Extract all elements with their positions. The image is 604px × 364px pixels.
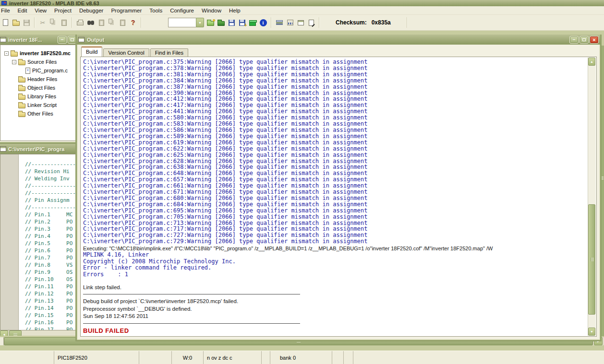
- warning-line[interactable]: C:\ivnerter\PIC_program.c:375:Warning [2…: [83, 59, 587, 65]
- cut-button[interactable]: ✂: [38, 18, 48, 27]
- collapse-icon[interactable]: -: [12, 60, 16, 64]
- bookmark-button[interactable]: [118, 18, 127, 27]
- scroll-track[interactable]: [588, 66, 596, 328]
- menu-item[interactable]: Debugger: [75, 7, 108, 14]
- warning-line[interactable]: C:\ivnerter\PIC_program.c:705:Warning [2…: [83, 214, 587, 220]
- warning-line[interactable]: C:\ivnerter\PIC_program.c:625:Warning [2…: [83, 152, 587, 158]
- tree-item-object-files[interactable]: Object Files: [0, 83, 76, 92]
- warning-line[interactable]: C:\ivnerter\PIC_program.c:381:Warning [2…: [83, 71, 587, 78]
- tab-build[interactable]: Build: [81, 47, 102, 57]
- output-minimize-button[interactable]: –: [569, 36, 579, 44]
- warning-line[interactable]: C:\ivnerter\PIC_program.c:695:Warning [2…: [83, 208, 587, 214]
- warning-line[interactable]: C:\ivnerter\PIC_program.c:684:Warning [2…: [83, 201, 587, 208]
- find-next-button[interactable]: [97, 18, 106, 27]
- combo-dropdown-button[interactable]: ▼: [196, 18, 204, 27]
- editor-body[interactable]: //---------------------// Revision Hi// …: [0, 154, 77, 330]
- open-file-button[interactable]: [11, 18, 21, 27]
- build-config-input[interactable]: [168, 18, 196, 27]
- tab-find-in-files[interactable]: Find in Files: [150, 48, 188, 57]
- program-target-icon: [276, 20, 283, 22]
- menu-item[interactable]: Programmer: [107, 7, 145, 14]
- project-tree: - inverter 18F2520.mc - Source Files c P…: [0, 45, 77, 141]
- open-project-button[interactable]: [216, 18, 226, 27]
- help-button[interactable]: ?: [128, 18, 138, 27]
- output-maximize-button[interactable]: [580, 36, 589, 44]
- output-scroll-thumb[interactable]: [588, 204, 595, 314]
- menu-item[interactable]: View: [31, 7, 50, 14]
- project-window: inverter 18F... – - inverter 18F2520.mc …: [0, 35, 80, 144]
- copy-button[interactable]: [48, 18, 58, 27]
- verify-button[interactable]: [296, 18, 305, 27]
- help-icon: ?: [131, 19, 135, 26]
- code-line: // Pin.11 PO: [25, 283, 76, 290]
- scroll-down-button[interactable]: ▼: [588, 328, 595, 336]
- code-line: // Pin.5 PO: [25, 240, 76, 247]
- menu-item[interactable]: Edit: [14, 7, 31, 14]
- output-tabs: Build Version Control Find in Files: [80, 47, 597, 57]
- scroll-up-button[interactable]: ▲: [588, 58, 595, 66]
- tree-item-other-files[interactable]: Other Files: [0, 109, 76, 118]
- code-line: // Pin.13 PO: [25, 297, 76, 305]
- new-file-button[interactable]: [0, 18, 10, 27]
- build-messages: Debug build of project `C:\ivnerter\inve…: [83, 298, 587, 320]
- warning-line[interactable]: C:\ivnerter\PIC_program.c:378:Warning [2…: [83, 65, 587, 71]
- warning-line[interactable]: C:\ivnerter\PIC_program.c:729:Warning [2…: [83, 238, 587, 245]
- output-close-button[interactable]: ×: [590, 36, 599, 44]
- menu-item[interactable]: Project: [50, 7, 75, 14]
- menu-item[interactable]: Help: [225, 7, 244, 14]
- build-config-combo[interactable]: ▼: [168, 18, 204, 27]
- menu-item[interactable]: File: [0, 7, 14, 14]
- output-window-title: Output: [87, 37, 568, 43]
- editor-code[interactable]: //---------------------// Revision Hi// …: [19, 154, 76, 330]
- tree-item-pic-program[interactable]: c PIC_program.c: [0, 66, 76, 75]
- editor-window-titlebar[interactable]: C:\ivnerter\PIC_progra: [0, 144, 78, 154]
- read-target-button[interactable]: [285, 18, 295, 27]
- make-button[interactable]: [248, 18, 257, 27]
- linker-output: MPLINK 4.16, LinkerCopyright (c) 2008 Mi…: [83, 252, 587, 278]
- tree-item-label: Header Files: [27, 76, 57, 82]
- tab-version-control[interactable]: Version Control: [103, 48, 149, 57]
- toolbar-separator: [319, 17, 320, 28]
- toolbar-separator: [141, 17, 142, 28]
- tree-item-project-root[interactable]: - inverter 18F2520.mc: [0, 49, 76, 58]
- warning-line[interactable]: C:\ivnerter\PIC_program.c:622:Warning [2…: [83, 146, 587, 152]
- tree-item-linker-script[interactable]: Linker Script: [0, 101, 76, 109]
- print-button[interactable]: [75, 18, 85, 27]
- build-info-button[interactable]: i: [258, 18, 268, 27]
- output-vertical-scrollbar[interactable]: ▲ ▼: [588, 58, 596, 336]
- divider: [83, 294, 300, 295]
- save-workspace-button[interactable]: [227, 18, 236, 27]
- save-file-button[interactable]: [22, 18, 31, 27]
- warning-line[interactable]: C:\ivnerter\PIC_program.c:384:Warning [2…: [83, 78, 587, 84]
- scroll-up-icon: ▲: [590, 60, 593, 63]
- build-button[interactable]: +: [237, 18, 247, 27]
- warning-line[interactable]: C:\ivnerter\PIC_program.c:619:Warning [2…: [83, 140, 587, 146]
- app-titlebar[interactable]: inverter 18F2520 - MPLAB IDE v8.63: [0, 0, 604, 6]
- warning-line[interactable]: C:\ivnerter\PIC_program.c:589:Warning [2…: [83, 133, 587, 140]
- output-window-titlebar[interactable]: Output – ×: [77, 35, 600, 45]
- project-minimize-button[interactable]: –: [58, 36, 67, 44]
- find-button[interactable]: [86, 18, 96, 27]
- window-icon: [0, 146, 6, 152]
- menu-item[interactable]: Tools: [145, 7, 166, 14]
- folder-icon: [18, 104, 25, 108]
- warning-line[interactable]: C:\ivnerter\PIC_program.c:387:Warning [2…: [83, 84, 587, 90]
- tree-item-header-files[interactable]: Header Files: [0, 75, 76, 83]
- warning-line[interactable]: C:\ivnerter\PIC_program.c:586:Warning [2…: [83, 127, 587, 133]
- menu-item[interactable]: Window: [198, 7, 225, 14]
- paste-button[interactable]: [59, 18, 69, 27]
- warning-line[interactable]: C:\ivnerter\PIC_program.c:680:Warning [2…: [83, 195, 587, 201]
- warning-line[interactable]: C:\ivnerter\PIC_program.c:671:Warning [2…: [83, 189, 587, 195]
- app-title: inverter 18F2520 - MPLAB IDE v8.63: [9, 0, 99, 6]
- tree-item-source-files[interactable]: - Source Files: [0, 58, 76, 66]
- erase-button[interactable]: [306, 18, 316, 27]
- menu-item[interactable]: Configure: [166, 7, 198, 14]
- tree-item-library-files[interactable]: Library Files: [0, 92, 76, 101]
- collapse-icon[interactable]: -: [4, 51, 9, 56]
- goto-button[interactable]: [107, 18, 117, 27]
- build-output-pane[interactable]: C:\ivnerter\PIC_program.c:375:Warning [2…: [80, 57, 597, 337]
- new-project-button[interactable]: [205, 18, 215, 27]
- project-window-titlebar[interactable]: inverter 18F... –: [0, 35, 78, 45]
- program-target-button[interactable]: [275, 18, 284, 27]
- app-icon: [1, 1, 7, 5]
